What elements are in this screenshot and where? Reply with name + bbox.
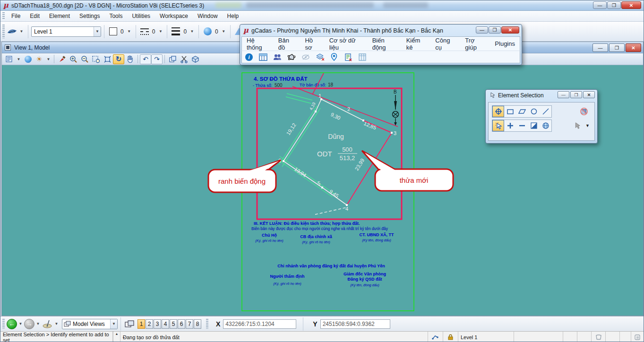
es-restore-button[interactable]: ❐ <box>570 91 582 98</box>
gcadas-menu-cong-cu[interactable]: Công cụ <box>430 35 460 53</box>
gcadas-menu-ban-do[interactable]: Bản đồ <box>274 35 301 53</box>
display-style-button[interactable] <box>22 54 34 64</box>
pan-view-button[interactable] <box>124 54 136 64</box>
line-mode-button[interactable] <box>540 106 551 117</box>
active-level-status[interactable]: Level 1 <box>458 332 514 342</box>
gcadas-menu-co-so-du-lieu[interactable]: Cơ sở dữ liệu <box>325 35 368 53</box>
toolbar-grip[interactable] <box>2 12 5 19</box>
view-group-combo[interactable]: Model Views ▼ <box>62 319 118 329</box>
gcadas-menu-kiem-ke[interactable]: Kiểm kê <box>402 35 431 53</box>
minimize-button[interactable]: — <box>593 1 607 9</box>
view-close-button[interactable]: ✕ <box>626 43 641 52</box>
parcel-polygon-button[interactable] <box>284 53 299 61</box>
close-button[interactable]: ✕ <box>621 1 641 9</box>
zoom-in-button[interactable] <box>68 54 79 64</box>
chevron-down-icon[interactable]: ▼ <box>34 322 42 326</box>
view-previous-button[interactable]: ↶ <box>140 54 151 64</box>
update-view-button[interactable] <box>56 54 68 64</box>
clip-volume-button[interactable] <box>178 54 189 64</box>
line-weight-button[interactable] <box>170 26 181 38</box>
view-toggle-2[interactable]: 2 <box>146 319 153 329</box>
locks-button[interactable] <box>443 332 458 342</box>
chevron-down-icon[interactable]: ▼ <box>17 322 24 326</box>
menu-workspace[interactable]: Workspace <box>155 11 193 21</box>
fence-mode-button[interactable] <box>591 332 605 342</box>
status-popup-marker[interactable]: ▲ <box>113 332 120 342</box>
x-coordinate-input[interactable] <box>223 319 296 329</box>
forward-button[interactable]: → <box>24 319 34 329</box>
view-toggle-8[interactable]: 8 <box>194 319 201 329</box>
menu-edit[interactable]: Edit <box>25 11 44 21</box>
gcadas-menu-bien-dong[interactable]: Biến động <box>368 35 402 53</box>
toolbar-grip[interactable] <box>206 319 208 329</box>
fit-view-button[interactable] <box>102 54 113 64</box>
gcadas-close-button[interactable]: ✕ <box>501 26 519 34</box>
menu-element[interactable]: Element <box>44 11 75 21</box>
toolbar-grip[interactable] <box>2 319 5 329</box>
chevron-down-icon[interactable]: ▼ <box>18 29 25 34</box>
info-button[interactable]: i <box>242 53 256 61</box>
zoom-out-button[interactable] <box>79 54 90 64</box>
menu-file[interactable]: File <box>7 11 25 21</box>
copy-view-button[interactable] <box>167 54 178 64</box>
view-toggle-7[interactable]: 7 <box>186 319 193 329</box>
menu-utilities[interactable]: Utilities <box>127 11 155 21</box>
view-minimize-button[interactable]: — <box>592 43 608 52</box>
gcadas-menu-he-thong[interactable]: Hệ thống <box>242 35 274 53</box>
back-button[interactable]: ← <box>7 319 17 329</box>
columns-button[interactable] <box>355 53 369 61</box>
view-toggle-6[interactable]: 6 <box>178 319 185 329</box>
disable-handles-button[interactable] <box>577 106 591 117</box>
element-template-button[interactable] <box>7 26 18 38</box>
active-level-combo[interactable]: Level 1 ▼ <box>31 26 101 37</box>
restore-button[interactable]: ❐ <box>607 1 621 9</box>
menu-tools[interactable]: Tools <box>104 11 127 21</box>
window-area-button[interactable] <box>90 54 102 64</box>
view-toggle-1[interactable]: 1 <box>137 319 145 329</box>
chevron-down-icon[interactable]: ▼ <box>126 29 133 34</box>
new-selection-button[interactable] <box>492 120 504 131</box>
view-restore-button[interactable]: ❐ <box>609 43 625 52</box>
view-attributes-button[interactable] <box>4 54 15 64</box>
add-to-selection-button[interactable] <box>504 120 516 131</box>
block-mode-button[interactable] <box>504 106 516 117</box>
element-selection-title-bar[interactable]: Element Selection — ❐ ✕ <box>486 90 597 101</box>
y-coordinate-input[interactable] <box>320 319 390 329</box>
chevron-down-icon[interactable]: ▼ <box>15 57 22 61</box>
location-pin-button[interactable] <box>327 53 341 61</box>
chevron-down-icon[interactable]: ▼ <box>189 29 196 34</box>
snap-mode-button[interactable] <box>428 332 443 342</box>
view-toggle-3[interactable]: 3 <box>154 319 161 329</box>
hide-eye-button[interactable] <box>299 53 313 61</box>
transparency-button[interactable] <box>202 26 213 38</box>
view-perspective-button[interactable] <box>42 318 53 330</box>
chevron-down-icon[interactable]: ▼ <box>584 123 591 128</box>
view-toggle-5[interactable]: 5 <box>170 319 177 329</box>
menu-window[interactable]: Window <box>193 11 223 21</box>
select-all-button[interactable] <box>540 120 551 131</box>
subtract-from-selection-button[interactable] <box>516 120 528 131</box>
clip-mask-button[interactable] <box>189 54 201 64</box>
es-close-button[interactable]: ✕ <box>583 91 595 98</box>
invert-selection-button[interactable] <box>528 120 540 131</box>
chevron-down-icon[interactable]: ▼ <box>53 322 60 326</box>
chevron-down-icon[interactable]: ▼ <box>45 57 52 61</box>
gcadas-menu-ho-so[interactable]: Hồ sơ <box>300 35 324 53</box>
toolbar-grip[interactable] <box>2 25 5 38</box>
line-style-button[interactable] <box>139 26 150 38</box>
chevron-down-icon[interactable]: ▼ <box>157 29 164 34</box>
document-remove-button[interactable]: ✕ <box>341 53 355 61</box>
individual-mode-button[interactable] <box>492 106 504 117</box>
rotate-view-button[interactable]: ↻ <box>113 54 124 64</box>
chevron-down-icon[interactable]: ▼ <box>220 29 227 34</box>
selection-cursor-icon[interactable] <box>570 120 584 131</box>
gcadas-menu-plugins[interactable]: Plugins <box>490 38 520 49</box>
view-toggle-4[interactable]: 4 <box>162 319 169 329</box>
menu-settings[interactable]: Settings <box>75 11 104 21</box>
circle-mode-button[interactable] <box>528 106 540 117</box>
table-button[interactable] <box>256 53 270 61</box>
manage-views-button[interactable] <box>124 318 135 330</box>
selection-set-button[interactable] <box>631 332 644 342</box>
view-next-button[interactable]: ↷ <box>151 54 163 64</box>
es-minimize-button[interactable]: — <box>558 91 569 98</box>
